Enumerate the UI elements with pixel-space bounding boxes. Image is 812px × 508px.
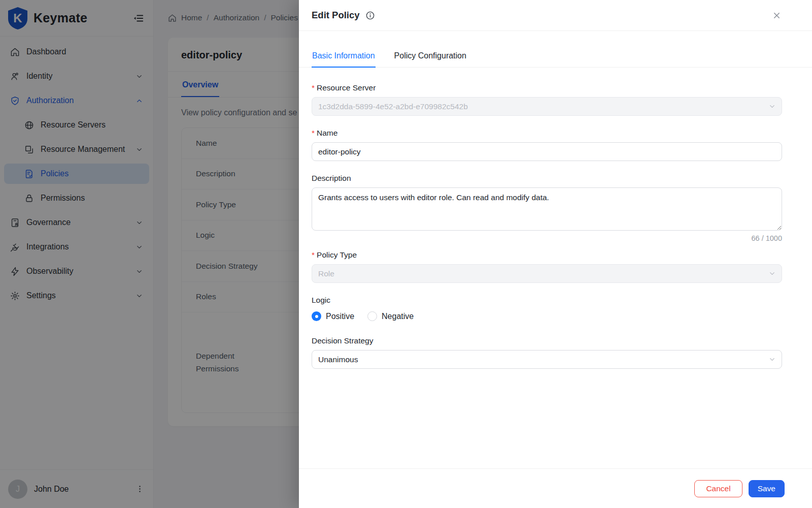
description-textarea[interactable]: Grants access to users with editor role.… (312, 187, 782, 231)
required-asterisk: * (312, 250, 315, 260)
resource-server-label: * Resource Server (312, 83, 782, 92)
chevron-down-icon (768, 356, 776, 363)
radio-label: Negative (382, 312, 414, 321)
resource-server-value: 1c3d2dda-5899-4e52-a2bd-e709982c542b (318, 102, 468, 111)
tab-basic-information[interactable]: Basic Information (312, 46, 376, 68)
close-icon[interactable] (772, 11, 782, 20)
field-label-text: Logic (312, 296, 330, 305)
logic-field: Logic Positive Negative (312, 296, 782, 321)
field-label-text: Policy Type (317, 250, 357, 260)
field-label-text: Name (317, 129, 337, 138)
drawer-title: Edit Policy (312, 10, 360, 21)
decision-strategy-value: Unanimous (318, 355, 358, 364)
name-label: * Name (312, 129, 782, 138)
resource-server-field: * Resource Server 1c3d2dda-5899-4e52-a2b… (312, 83, 782, 116)
app-root: K Keymate Dashboard Identity Authorizati… (0, 0, 812, 508)
drawer-tabs: Basic Information Policy Configuration (299, 46, 812, 68)
description-field-group: Description Grants access to users with … (312, 174, 782, 242)
field-label-text: Resource Server (317, 83, 376, 92)
policy-type-select[interactable]: Role (312, 264, 782, 283)
drawer-footer: Cancel Save (299, 468, 812, 508)
drawer-body: * Resource Server 1c3d2dda-5899-4e52-a2b… (299, 68, 812, 468)
char-counter: 66 / 1000 (312, 234, 782, 242)
required-asterisk: * (312, 129, 315, 138)
save-button[interactable]: Save (749, 480, 785, 497)
cancel-button[interactable]: Cancel (694, 480, 742, 497)
decision-strategy-label: Decision Strategy (312, 336, 782, 345)
tab-policy-configuration[interactable]: Policy Configuration (394, 46, 467, 67)
decision-strategy-select[interactable]: Unanimous (312, 350, 782, 369)
logic-radio-group: Positive Negative (312, 311, 782, 321)
edit-policy-drawer: Edit Policy Basic Information Policy Con… (299, 0, 812, 508)
name-field-group: * Name (312, 129, 782, 161)
radio-unselected-icon (367, 311, 377, 321)
policy-type-value: Role (318, 269, 334, 278)
info-icon (365, 11, 375, 20)
policy-type-field: * Policy Type Role (312, 250, 782, 283)
description-label: Description (312, 174, 782, 183)
resource-server-select[interactable]: 1c3d2dda-5899-4e52-a2bd-e709982c542b (312, 97, 782, 116)
radio-negative[interactable]: Negative (367, 311, 414, 321)
drawer-header: Edit Policy (299, 0, 812, 31)
radio-positive[interactable]: Positive (312, 311, 354, 321)
name-input[interactable] (312, 142, 782, 161)
logic-label: Logic (312, 296, 782, 305)
drawer-mask[interactable] (0, 0, 299, 508)
radio-selected-icon (312, 311, 321, 321)
field-label-text: Description (312, 174, 351, 183)
chevron-down-icon (768, 103, 776, 110)
chevron-down-icon (768, 270, 776, 277)
policy-type-label: * Policy Type (312, 250, 782, 260)
required-asterisk: * (312, 83, 315, 92)
field-label-text: Decision Strategy (312, 336, 373, 345)
radio-label: Positive (326, 312, 354, 321)
decision-strategy-field: Decision Strategy Unanimous (312, 336, 782, 369)
